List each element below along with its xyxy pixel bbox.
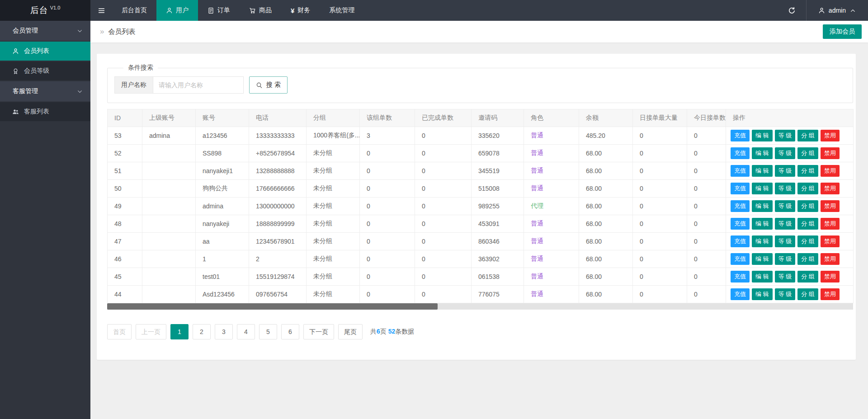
recharge-button[interactable]: 充值 — [731, 235, 750, 247]
cell-today-orders: 0 — [687, 162, 726, 180]
sidebar-item-member-list[interactable]: 会员列表 — [0, 42, 90, 61]
cell-balance: 68.00 — [579, 162, 633, 180]
disable-button[interactable]: 禁用 — [821, 200, 840, 212]
table-row: 48nanyakeji18888899999未分组00453091普通68.00… — [108, 215, 854, 233]
level-button[interactable]: 等 级 — [775, 218, 796, 230]
group-button[interactable]: 分 组 — [797, 200, 818, 212]
admin-menu[interactable]: admin — [806, 0, 868, 21]
topbar: 后台V1.0 后台首页用户订单商品¥财务系统管理 admin — [0, 0, 868, 21]
cell-id: 49 — [108, 198, 142, 215]
group-button[interactable]: 分 组 — [797, 288, 818, 300]
edit-button[interactable]: 编 辑 — [752, 253, 773, 265]
cell-group-orders: 0 — [360, 250, 415, 268]
group-button[interactable]: 分 组 — [797, 253, 818, 265]
sidebar-group-member-management[interactable]: 会员管理 — [0, 21, 90, 41]
level-button[interactable]: 等 级 — [775, 235, 796, 247]
page-next[interactable]: 下一页 — [303, 324, 334, 339]
edit-button[interactable]: 编 辑 — [752, 218, 773, 230]
sidebar-group-service-management[interactable]: 客服管理 — [0, 81, 90, 101]
recharge-button[interactable]: 充值 — [731, 147, 750, 159]
level-button[interactable]: 等 级 — [775, 183, 796, 194]
cell-group-orders: 0 — [360, 233, 415, 250]
add-member-button[interactable]: 添加会员 — [823, 24, 862, 39]
edit-button[interactable]: 编 辑 — [752, 165, 773, 177]
disable-button[interactable]: 禁用 — [821, 218, 840, 230]
cell-today-orders: 0 — [687, 286, 726, 303]
edit-button[interactable]: 编 辑 — [752, 130, 773, 141]
disable-button[interactable]: 禁用 — [821, 147, 840, 159]
recharge-button[interactable]: 充值 — [731, 183, 750, 194]
level-button[interactable]: 等 级 — [775, 130, 796, 141]
cell-invite-code: 345519 — [472, 162, 524, 180]
recharge-button[interactable]: 充值 — [731, 218, 750, 230]
hamburger-button[interactable] — [90, 0, 112, 21]
cell-id: 51 — [108, 162, 142, 180]
sidebar-item-member-level[interactable]: 会员等级 — [0, 61, 90, 80]
page-first[interactable]: 首页 — [107, 324, 132, 339]
group-button[interactable]: 分 组 — [797, 147, 818, 159]
cell-parent — [142, 233, 196, 250]
cell-actions: 充值编 辑等 级分 组禁用 — [726, 180, 854, 198]
recharge-button[interactable]: 充值 — [731, 165, 750, 177]
level-button[interactable]: 等 级 — [775, 147, 796, 159]
disable-button[interactable]: 禁用 — [821, 271, 840, 282]
disable-button[interactable]: 禁用 — [821, 288, 840, 300]
table-row: 52SS898+8525678954未分组00659078普通68.0000充值… — [108, 145, 854, 162]
group-button[interactable]: 分 组 — [797, 218, 818, 230]
cell-group-orders: 0 — [360, 145, 415, 162]
group-button[interactable]: 分 组 — [797, 183, 818, 194]
nav-home[interactable]: 后台首页 — [112, 0, 156, 21]
page-2[interactable]: 2 — [193, 324, 211, 339]
disable-button[interactable]: 禁用 — [821, 165, 840, 177]
cell-phone: 2 — [249, 250, 307, 268]
sidebar-item-service-list[interactable]: 客服列表 — [0, 102, 90, 121]
page-6[interactable]: 6 — [281, 324, 299, 339]
level-button[interactable]: 等 级 — [775, 253, 796, 265]
page-last[interactable]: 尾页 — [338, 324, 363, 339]
horizontal-scrollbar[interactable] — [107, 303, 853, 310]
level-button[interactable]: 等 级 — [775, 271, 796, 282]
scrollbar-thumb[interactable] — [107, 303, 438, 310]
nav-orders[interactable]: 订单 — [198, 0, 240, 21]
page-5[interactable]: 5 — [259, 324, 277, 339]
group-button[interactable]: 分 组 — [797, 130, 818, 141]
disable-button[interactable]: 禁用 — [821, 253, 840, 265]
level-button[interactable]: 等 级 — [775, 200, 796, 212]
cell-group: 1000养客组(多... — [307, 127, 360, 145]
user-icon — [166, 7, 173, 14]
username-input[interactable] — [153, 76, 244, 94]
page-3[interactable]: 3 — [215, 324, 233, 339]
nav-users[interactable]: 用户 — [156, 0, 198, 21]
edit-button[interactable]: 编 辑 — [752, 271, 773, 282]
refresh-button[interactable] — [778, 0, 806, 21]
edit-button[interactable]: 编 辑 — [752, 200, 773, 212]
cell-actions: 充值编 辑等 级分 组禁用 — [726, 215, 854, 233]
page-1[interactable]: 1 — [170, 324, 189, 339]
disable-button[interactable]: 禁用 — [821, 235, 840, 247]
level-button[interactable]: 等 级 — [775, 288, 796, 300]
edit-button[interactable]: 编 辑 — [752, 288, 773, 300]
cell-account: SS898 — [196, 145, 249, 162]
table-row: 45test0115519129874未分组00061538普通68.0000充… — [108, 268, 854, 286]
nav-finance[interactable]: ¥财务 — [281, 0, 320, 21]
edit-button[interactable]: 编 辑 — [752, 183, 773, 194]
disable-button[interactable]: 禁用 — [821, 130, 840, 141]
cell-group-orders: 0 — [360, 162, 415, 180]
nav-system[interactable]: 系统管理 — [320, 0, 364, 21]
nav-goods[interactable]: 商品 — [240, 0, 281, 21]
recharge-button[interactable]: 充值 — [731, 253, 750, 265]
disable-button[interactable]: 禁用 — [821, 183, 840, 194]
recharge-button[interactable]: 充值 — [731, 200, 750, 212]
page-4[interactable]: 4 — [237, 324, 255, 339]
group-button[interactable]: 分 组 — [797, 271, 818, 282]
search-button[interactable]: 搜 索 — [249, 76, 288, 94]
recharge-button[interactable]: 充值 — [731, 288, 750, 300]
edit-button[interactable]: 编 辑 — [752, 235, 773, 247]
group-button[interactable]: 分 组 — [797, 235, 818, 247]
page-prev[interactable]: 上一页 — [136, 324, 166, 339]
recharge-button[interactable]: 充值 — [731, 130, 750, 141]
group-button[interactable]: 分 组 — [797, 165, 818, 177]
edit-button[interactable]: 编 辑 — [752, 147, 773, 159]
level-button[interactable]: 等 级 — [775, 165, 796, 177]
recharge-button[interactable]: 充值 — [731, 271, 750, 282]
